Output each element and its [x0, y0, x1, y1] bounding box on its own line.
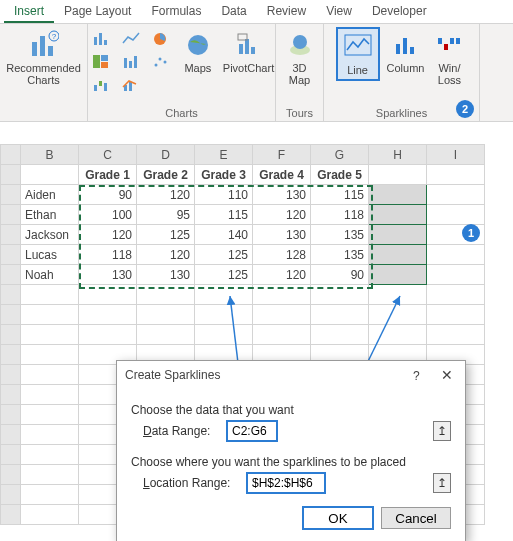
- close-icon[interactable]: ✕: [437, 367, 457, 383]
- cell-B2[interactable]: Aiden: [21, 185, 79, 205]
- svg-rect-26: [251, 47, 255, 54]
- cell-B4[interactable]: Jackson: [21, 225, 79, 245]
- recommended-charts-button[interactable]: ? Recommended Charts: [4, 28, 83, 88]
- cell-G6[interactable]: 90: [311, 265, 369, 285]
- cell-D6[interactable]: 130: [137, 265, 195, 285]
- data-range-picker-icon[interactable]: ↥: [433, 421, 451, 441]
- row-3[interactable]: [1, 205, 21, 225]
- row-15[interactable]: [1, 445, 21, 465]
- cell-E3[interactable]: 115: [195, 205, 253, 225]
- chart-combo-icon[interactable]: [117, 74, 145, 96]
- row-17[interactable]: [1, 485, 21, 505]
- cell-F2[interactable]: 130: [253, 185, 311, 205]
- cell-D5[interactable]: 120: [137, 245, 195, 265]
- col-D[interactable]: D: [137, 145, 195, 165]
- ok-button[interactable]: OK: [303, 507, 373, 529]
- cell-C4[interactable]: 120: [79, 225, 137, 245]
- sparkline-line-button[interactable]: Line: [337, 28, 379, 80]
- col-I[interactable]: I: [427, 145, 485, 165]
- cell-D4[interactable]: 125: [137, 225, 195, 245]
- cell-E1[interactable]: Grade 3: [195, 165, 253, 185]
- cell-E2[interactable]: 110: [195, 185, 253, 205]
- col-E[interactable]: E: [195, 145, 253, 165]
- cell-F5[interactable]: 128: [253, 245, 311, 265]
- row-14[interactable]: [1, 425, 21, 445]
- 3d-map-button[interactable]: 3D Map: [283, 28, 317, 88]
- chart-stat-icon[interactable]: [117, 51, 145, 73]
- row-5[interactable]: [1, 245, 21, 265]
- sparkline-winloss-button[interactable]: Win/ Loss: [432, 28, 466, 88]
- cell-H4[interactable]: [369, 225, 427, 245]
- dialog-help-button[interactable]: ?: [413, 369, 420, 383]
- cell-H3[interactable]: [369, 205, 427, 225]
- location-range-input[interactable]: [247, 473, 325, 493]
- chart-line-icon[interactable]: [117, 28, 145, 50]
- row-7[interactable]: [1, 285, 21, 305]
- row-10[interactable]: [1, 345, 21, 365]
- row-8[interactable]: [1, 305, 21, 325]
- chart-scatter-icon[interactable]: [147, 51, 175, 73]
- cell-G1[interactable]: Grade 5: [311, 165, 369, 185]
- data-range-input[interactable]: [227, 421, 277, 441]
- col-G[interactable]: G: [311, 145, 369, 165]
- cell-C6[interactable]: 130: [79, 265, 137, 285]
- row-12[interactable]: [1, 385, 21, 405]
- row-6[interactable]: [1, 265, 21, 285]
- col-B[interactable]: B: [21, 145, 79, 165]
- cell-H6[interactable]: [369, 265, 427, 285]
- row-4[interactable]: [1, 225, 21, 245]
- row-18[interactable]: [1, 505, 21, 525]
- cell-B3[interactable]: Ethan: [21, 205, 79, 225]
- cell-B6[interactable]: Noah: [21, 265, 79, 285]
- col-H[interactable]: H: [369, 145, 427, 165]
- row-11[interactable]: [1, 365, 21, 385]
- col-F[interactable]: F: [253, 145, 311, 165]
- svg-rect-32: [403, 38, 407, 54]
- cell-F1[interactable]: Grade 4: [253, 165, 311, 185]
- tab-insert[interactable]: Insert: [4, 0, 54, 23]
- cell-F6[interactable]: 120: [253, 265, 311, 285]
- chart-pie-icon[interactable]: [147, 28, 175, 50]
- row-9[interactable]: [1, 325, 21, 345]
- cell-C5[interactable]: 118: [79, 245, 137, 265]
- pivotchart-button[interactable]: PivotChart: [221, 28, 276, 76]
- cell-D3[interactable]: 95: [137, 205, 195, 225]
- cell-B5[interactable]: Lucas: [21, 245, 79, 265]
- tab-view[interactable]: View: [316, 0, 362, 23]
- cell-F3[interactable]: 120: [253, 205, 311, 225]
- cancel-button[interactable]: Cancel: [381, 507, 451, 529]
- chart-column-icon[interactable]: [87, 28, 115, 50]
- cell-C3[interactable]: 100: [79, 205, 137, 225]
- cell-E5[interactable]: 125: [195, 245, 253, 265]
- cell-H2[interactable]: [369, 185, 427, 205]
- maps-button[interactable]: Maps: [181, 28, 215, 76]
- cell-D2[interactable]: 120: [137, 185, 195, 205]
- cell-H5[interactable]: [369, 245, 427, 265]
- tab-developer[interactable]: Developer: [362, 0, 437, 23]
- cell-F4[interactable]: 130: [253, 225, 311, 245]
- cell-G2[interactable]: 115: [311, 185, 369, 205]
- cell-E6[interactable]: 125: [195, 265, 253, 285]
- cell-G4[interactable]: 135: [311, 225, 369, 245]
- cell-G5[interactable]: 135: [311, 245, 369, 265]
- tab-data[interactable]: Data: [211, 0, 256, 23]
- row-1[interactable]: [1, 165, 21, 185]
- location-range-picker-icon[interactable]: ↥: [433, 473, 451, 493]
- cell-C2[interactable]: 90: [79, 185, 137, 205]
- row-13[interactable]: [1, 405, 21, 425]
- row-2[interactable]: [1, 185, 21, 205]
- cell-D1[interactable]: Grade 2: [137, 165, 195, 185]
- cell-G3[interactable]: 118: [311, 205, 369, 225]
- tab-page-layout[interactable]: Page Layout: [54, 0, 141, 23]
- cell-C1[interactable]: Grade 1: [79, 165, 137, 185]
- chart-waterfall-icon[interactable]: [87, 74, 115, 96]
- row-16[interactable]: [1, 465, 21, 485]
- corner-cell[interactable]: [1, 145, 21, 165]
- col-C[interactable]: C: [79, 145, 137, 165]
- cell-E4[interactable]: 140: [195, 225, 253, 245]
- tab-review[interactable]: Review: [257, 0, 316, 23]
- chart-hierarchy-icon[interactable]: [87, 51, 115, 73]
- svg-rect-12: [124, 58, 127, 68]
- sparkline-column-button[interactable]: Column: [385, 28, 427, 76]
- tab-formulas[interactable]: Formulas: [141, 0, 211, 23]
